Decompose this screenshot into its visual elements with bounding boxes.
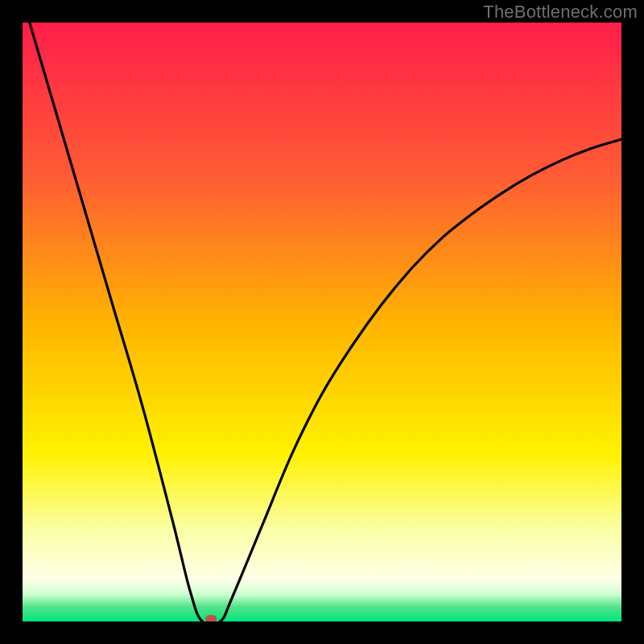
plot-area [23, 23, 621, 621]
optimal-point-marker [205, 615, 217, 621]
outer-frame: TheBottleneck.com [0, 0, 644, 644]
attribution-text: TheBottleneck.com [483, 2, 638, 23]
bottleneck-curve [23, 23, 621, 621]
